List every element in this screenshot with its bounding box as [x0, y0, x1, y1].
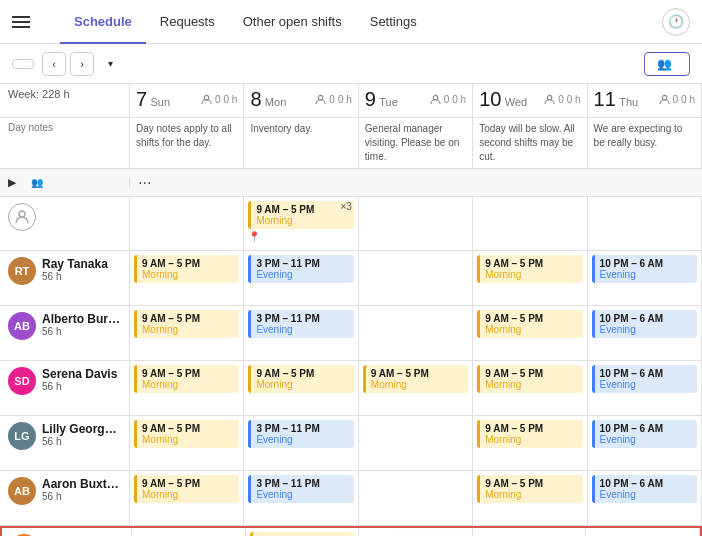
shift-label: Evening: [600, 269, 692, 280]
group-chevron[interactable]: ▶: [8, 177, 16, 188]
shift-label: Morning: [485, 489, 577, 500]
date-nav-arrows: ‹ ›: [42, 52, 94, 76]
shift-block[interactable]: 10 PM – 6 AM Evening: [592, 310, 697, 338]
nav-schedule[interactable]: Schedule: [60, 0, 146, 44]
main-nav: Schedule Requests Other open shifts Sett…: [60, 0, 431, 44]
open-shift-cell-3: [473, 197, 587, 250]
shift-block[interactable]: 9 AM – 5 PM Morning: [134, 310, 239, 338]
shift-cell-day-0: 9 AM – 5 PM Morning: [130, 416, 244, 470]
shift-block[interactable]: 3 PM – 11 PM Evening: [248, 310, 353, 338]
shift-block[interactable]: 9 AM – 5 PM Morning: [477, 420, 582, 448]
shift-cell-day-2: [359, 416, 473, 470]
shift-time: 10 PM – 6 AM: [600, 478, 692, 489]
notes-row: Day notesDay notes apply to all shifts f…: [0, 118, 702, 169]
day-header-tue: 9 Tue 0 0 h: [359, 84, 473, 117]
nav-settings[interactable]: Settings: [356, 0, 431, 44]
shift-block[interactable]: 9 AM – 5 PM Morning: [134, 475, 239, 503]
open-shifts-info: [0, 197, 130, 250]
avatar: SD: [8, 367, 36, 395]
day-meta: 0 0 h: [659, 94, 695, 105]
shift-block[interactable]: 9 AM – 5 PM Morning: [250, 532, 355, 536]
day-meta: 0 0 h: [430, 94, 466, 105]
shift-block[interactable]: 10 PM – 6 AM Evening: [592, 420, 697, 448]
employee-row: SD Serena Davis 56 h 9 AM – 5 PM Morning…: [0, 361, 702, 416]
shift-block[interactable]: 9 AM – 5 PM Morning: [134, 420, 239, 448]
clock-icon[interactable]: 🕐: [662, 8, 690, 36]
employee-details: Ray Tanaka 56 h: [42, 257, 121, 282]
shift-block[interactable]: 10 PM – 6 AM Evening: [592, 365, 697, 393]
hamburger-menu[interactable]: [12, 16, 30, 28]
next-week-button[interactable]: ›: [70, 52, 94, 76]
group-members-icon: 👥: [31, 177, 43, 188]
shift-cell-day-0: 9 AM – 5 PM Morning: [130, 251, 244, 305]
shift-cell-day-1: 3 PM – 11 PM Evening: [244, 416, 358, 470]
shift-cell-day-3: 9 AM – 5 PM Morning: [473, 306, 587, 360]
shift-block[interactable]: 10 PM – 6 AM Evening: [592, 475, 697, 503]
avatar: AB: [8, 477, 36, 505]
shift-cell-day-2: 9 AM – 5 PM Morning: [359, 361, 473, 415]
shift-label: Morning: [256, 379, 348, 390]
shift-block[interactable]: 10 PM – 6 AM Evening: [592, 255, 697, 283]
add-group-button[interactable]: 👥: [644, 52, 690, 76]
today-button[interactable]: [12, 59, 34, 69]
shift-label: Morning: [485, 379, 577, 390]
group-row: ▶ 👥 ···: [0, 169, 702, 197]
shift-time: 3 PM – 11 PM: [256, 258, 348, 269]
day-header-sun: 7 Sun 0 0 h: [130, 84, 244, 117]
note-day-3: Today will be slow. All second shifts ma…: [473, 118, 587, 168]
shift-time: 9 AM – 5 PM: [256, 204, 348, 215]
shift-block[interactable]: 3 PM – 11 PM Evening: [248, 475, 353, 503]
avatar: RT: [8, 257, 36, 285]
employee-hours: 56 h: [42, 326, 121, 337]
shift-block[interactable]: 3 PM – 11 PM Evening: [248, 420, 353, 448]
shift-block[interactable]: 9 AM – 5 PM Morning: [477, 475, 582, 503]
note-day-0: Day notes apply to all shifts for the da…: [130, 118, 244, 168]
shift-block[interactable]: 9 AM – 5 PM Morning: [477, 365, 582, 393]
prev-week-button[interactable]: ‹: [42, 52, 66, 76]
open-shift-cell-4: [588, 197, 702, 250]
shift-block[interactable]: 3 PM – 11 PM Evening: [248, 255, 353, 283]
shift-time: 9 AM – 5 PM: [142, 423, 234, 434]
shift-cell-day-1: 9 AM – 5 PM Morning AM = Morning: [246, 528, 360, 536]
shift-cell-day-4: 10 PM – 6 AM Evening: [588, 251, 702, 305]
employee-info: IF Isaac Fielder Redmond store 8 h: [2, 528, 132, 536]
shift-time: 3 PM – 11 PM: [256, 313, 348, 324]
shift-time: 10 PM – 6 AM: [600, 423, 692, 434]
shift-cell-day-2: [359, 471, 473, 525]
shift-cell-day-0: 9 AM – 5 PM Morning: [130, 306, 244, 360]
shift-block[interactable]: 9 AM – 5 PM Morning: [134, 255, 239, 283]
employee-row: AB Aaron Buxton 56 h 9 AM – 5 PM Morning…: [0, 471, 702, 526]
shift-block[interactable]: 9 AM – 5 PM Morning: [363, 365, 468, 393]
day-number: 8: [250, 88, 261, 110]
group-label: ▶ 👥: [0, 177, 130, 188]
shift-time: 9 AM – 5 PM: [371, 368, 463, 379]
group-menu-icon[interactable]: ···: [138, 174, 151, 192]
employee-name: Lilly Georgsen: [42, 422, 121, 436]
toolbar: ‹ › ▾ 👥: [0, 44, 702, 84]
employee-row: RT Ray Tanaka 56 h 9 AM – 5 PM Morning 3…: [0, 251, 702, 306]
shift-time: 10 PM – 6 AM: [600, 258, 692, 269]
employee-info: RT Ray Tanaka 56 h: [0, 251, 130, 305]
employee-name: Alberto Burgos: [42, 312, 121, 326]
shift-block[interactable]: 9 AM – 5 PM Morning: [134, 365, 239, 393]
shift-block[interactable]: 9 AM – 5 PM Morning: [477, 310, 582, 338]
shift-cell-day-4: 10 PM – 6 AM Evening: [588, 306, 702, 360]
employee-info: AB Aaron Buxton 56 h: [0, 471, 130, 525]
shift-cell-day-3: 9 AM – 5 PM Morning: [473, 416, 587, 470]
shift-time: 3 PM – 11 PM: [256, 478, 348, 489]
day-header-thu: 11 Thu 0 0 h: [588, 84, 702, 117]
date-dropdown-icon[interactable]: ▾: [108, 58, 113, 69]
open-shift-cell-0: [130, 197, 244, 250]
employee-name: Ray Tanaka: [42, 257, 121, 271]
nav-open-shifts[interactable]: Other open shifts: [229, 0, 356, 44]
shift-pin-icon: 📍: [248, 231, 353, 242]
shift-block[interactable]: 9 AM – 5 PM Morning: [248, 365, 353, 393]
shift-label: Evening: [256, 269, 348, 280]
open-shift-block[interactable]: 9 AM – 5 PM Morning: [248, 201, 353, 229]
employee-row: IF Isaac Fielder Redmond store 8 h 9 AM …: [0, 526, 702, 536]
nav-requests[interactable]: Requests: [146, 0, 229, 44]
shift-block[interactable]: 9 AM – 5 PM Morning: [477, 255, 582, 283]
shift-label: Evening: [600, 324, 692, 335]
group-actions: ···: [130, 174, 702, 192]
day-hours: 0 h: [338, 94, 352, 105]
